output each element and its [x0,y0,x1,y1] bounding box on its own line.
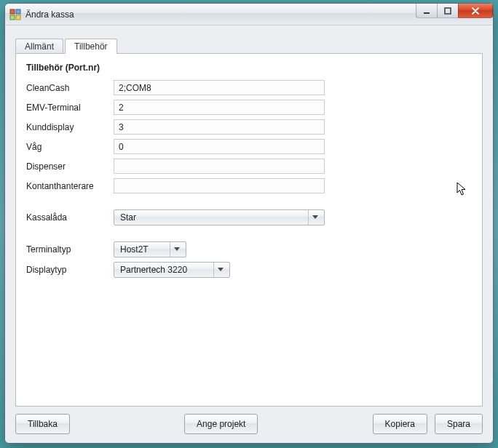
kassalada-value: Star [120,212,136,223]
cleancash-label: CleanCash [26,83,114,93]
titlebar: Ändra kassa [5,4,493,25]
terminaltyp-value: Host2T [120,244,149,255]
kassalada-label: Kassalåda [26,212,114,223]
displaytyp-value: Partnertech 3220 [120,265,187,275]
svg-rect-4 [424,12,430,14]
tabs: Allmänt Tillbehör [15,36,483,53]
svg-rect-5 [445,8,451,14]
displaytyp-select[interactable]: Partnertech 3220 [114,262,230,278]
client-area: Allmänt Tillbehör Tillbehör (Port.nr) Cl… [5,25,493,443]
kassalada-select[interactable]: Star [114,209,325,225]
kontant-input[interactable] [114,178,325,193]
terminaltyp-label: Terminaltyp [26,244,114,255]
project-button[interactable]: Ange projekt [184,414,258,434]
copy-button[interactable]: Kopiera [373,414,427,434]
displaytyp-label: Displaytyp [26,265,114,275]
back-button[interactable]: Tillbaka [15,414,70,434]
tab-panel: Tillbehör (Port.nr) CleanCash EMV-Termin… [15,53,483,407]
window-title: Ändra kassa [25,9,74,20]
terminaltyp-select[interactable]: Host2T [114,241,186,257]
dispenser-input[interactable] [114,159,325,174]
close-button[interactable] [458,4,493,18]
vag-input[interactable] [114,139,325,154]
chevron-down-icon [308,210,321,225]
app-icon [9,9,21,20]
maximize-button[interactable] [437,4,459,18]
tab-general[interactable]: Allmänt [15,39,63,54]
chevron-down-icon [170,242,183,257]
svg-rect-3 [16,15,20,20]
emv-label: EMV-Terminal [26,103,114,113]
svg-rect-1 [16,9,20,14]
kunddisplay-label: Kunddisplay [26,122,114,132]
minimize-button[interactable] [416,4,438,18]
dispenser-label: Dispenser [26,161,114,172]
button-bar: Tillbaka Ange projekt Kopiera Spara [15,414,483,434]
cleancash-input[interactable] [114,80,325,95]
section-title: Tillbehör (Port.nr) [26,63,469,73]
kunddisplay-input[interactable] [114,119,325,135]
window-controls [416,4,493,18]
save-button[interactable]: Spara [435,414,483,434]
chevron-down-icon [213,263,226,277]
svg-rect-2 [10,15,15,20]
tab-accessories[interactable]: Tillbehör [65,39,117,54]
emv-input[interactable] [114,100,325,115]
kontant-label: Kontanthanterare [26,181,114,191]
vag-label: Våg [26,142,114,152]
window-frame: Ändra kassa Allmänt Tillbehör Tillbehör … [4,3,494,444]
svg-rect-0 [10,9,15,14]
